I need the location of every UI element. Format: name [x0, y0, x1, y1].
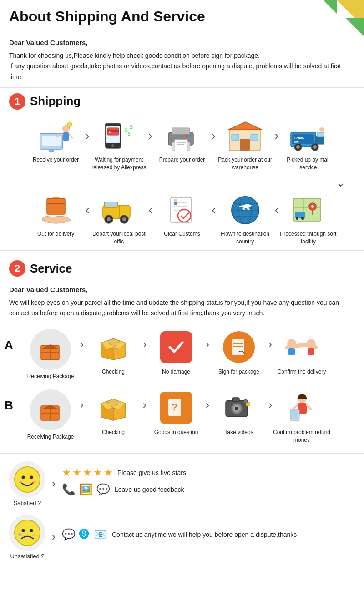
flow-item-prepare: Prepare your order [152, 118, 212, 164]
arrow2: › [148, 118, 152, 143]
star2: ★ [72, 467, 81, 479]
flow-item-depart: Depart your local post offic [89, 192, 148, 246]
service-section-num: 2 [9, 260, 25, 277]
satisfied-feedback-line: 📞 🖼️ 💬 Leave us good feedback [62, 483, 355, 496]
five-stars-text: Please give us five stars [117, 469, 186, 476]
skype-icon: 🅢 [79, 528, 90, 541]
svg-point-25 [185, 135, 188, 137]
svg-point-126 [32, 534, 36, 536]
star4: ★ [93, 467, 102, 479]
svg-text:Me: Me [294, 140, 299, 143]
a-confirm-icon [281, 329, 322, 365]
feedback-icons: 📞 🖼️ 💬 [62, 483, 110, 496]
svg-rect-48 [105, 202, 117, 207]
b-check-icon [93, 389, 134, 426]
b-video-icon [218, 389, 259, 426]
svg-point-123 [30, 529, 33, 532]
service-item-b-video: Take videos [209, 389, 268, 436]
arrow-left4: ‹ [275, 192, 279, 217]
unsatisfied-row: Unsatisfied ? › 💬 🅢 📧 Contact us anytime… [9, 515, 355, 560]
flow-label-depart: Depart your local post offic [89, 230, 148, 246]
prepare-icon [162, 118, 202, 154]
flow-item-out-delivery: Out for delivery [26, 192, 86, 238]
b-receive-icon [30, 389, 71, 430]
stars: ★ ★ ★ ★ ★ [62, 467, 113, 479]
service-item-a-nodamage: No damage [147, 329, 206, 376]
service-row-a: A Receiving Package › [5, 329, 359, 380]
unsatisfied-icons: 💬 🅢 📧 [62, 528, 107, 541]
a-sign-icon [223, 329, 255, 365]
flow-label-flown: Flown to destination country [216, 230, 275, 246]
a-receive-icon [30, 329, 71, 370]
unsatisfied-arrow: › [52, 530, 56, 543]
satisfied-content: ★ ★ ★ ★ ★ Please give us five stars 📞 🖼️… [62, 467, 355, 500]
satisfied-face-wrap: Satisfied ? [9, 461, 46, 506]
svg-text:?: ? [172, 401, 177, 413]
flow-label-payment: Waiting for payment released by Aliexpre… [89, 156, 148, 172]
service-dear: Dear Valued Customers, [9, 284, 355, 296]
svg-point-118 [30, 475, 33, 479]
flow-item-pickup: Follow Me Picked up by mail service [278, 118, 338, 172]
payment-icon: $ $ $ [98, 118, 139, 154]
arrow4: › [275, 118, 279, 143]
satisfied-row: Satisfied ? › ★ ★ ★ ★ ★ Please give us f… [9, 461, 355, 506]
arrow3: › [212, 118, 216, 143]
svg-rect-5 [63, 132, 69, 141]
flow-label-out-delivery: Out for delivery [37, 230, 74, 238]
svg-rect-20 [172, 128, 190, 134]
flow-label-customs: Clear Customs [164, 230, 200, 238]
service-arrow-b3: › [206, 389, 209, 411]
service-item-b-check: Checking [84, 389, 143, 436]
svg-text:Follow: Follow [294, 136, 305, 140]
service-items-b: Receiving Package › Checking › [21, 389, 359, 444]
depart-icon [98, 192, 139, 228]
service-item-a-sign: Sign for package [209, 329, 268, 376]
svg-point-52 [122, 217, 126, 221]
pickup-icon: Follow Me [288, 118, 329, 154]
contact-text: Contact us anytime we will help you befo… [112, 531, 297, 538]
svg-rect-29 [240, 139, 250, 151]
down-arrow: ⌄ [5, 176, 359, 192]
out-delivery-icon [35, 192, 76, 228]
svg-point-117 [22, 475, 25, 479]
chat2-icon: 💬 [62, 528, 76, 541]
flow-item-customs: Clear Customs [152, 192, 212, 238]
intro-section: Dear Valued Customers, Thank for choosin… [0, 30, 364, 88]
svg-rect-30 [232, 134, 239, 141]
svg-point-12 [111, 144, 114, 147]
flow-label-prepare: Prepare your order [159, 156, 205, 164]
unsatisfied-face-icon [9, 515, 46, 551]
svg-line-7 [69, 134, 72, 138]
svg-point-122 [22, 529, 25, 532]
receive-icon [35, 118, 76, 154]
arrow-left1: ‹ [86, 192, 90, 217]
svg-rect-89 [288, 348, 295, 355]
flow-label-receive: Receive your order [33, 156, 79, 164]
unsatisfied-label: Unsatisfied ? [10, 553, 44, 560]
svg-rect-91 [308, 348, 314, 355]
a-check-icon [93, 329, 134, 365]
svg-rect-31 [251, 134, 258, 141]
arrow-left3: ‹ [212, 192, 216, 217]
customs-icon [162, 192, 202, 228]
svg-rect-34 [317, 132, 324, 137]
service-arrow-a3: › [206, 329, 209, 351]
row-a-letter: A [5, 329, 21, 352]
svg-point-50 [107, 217, 111, 221]
pack-icon [225, 118, 266, 154]
service-section-header: 2 Service [0, 255, 364, 280]
service-intro: Dear Valued Customers, We will keep eyes… [0, 280, 364, 324]
service-items-a: Receiving Package › Checking [21, 329, 359, 380]
service-item-a-check: Checking [84, 329, 143, 376]
image-icon: 🖼️ [79, 483, 93, 496]
star1: ★ [62, 467, 71, 479]
intro-line1: Thank for choosing us,Please kindly help… [9, 51, 355, 61]
service-row-b: B Receiving Package › [5, 389, 359, 444]
flow-item-processed: Processed through sort facility [278, 192, 338, 246]
a-nodamage-icon [160, 329, 192, 365]
unsatisfied-content: 💬 🅢 📧 Contact us anytime we will help yo… [62, 528, 355, 546]
intro-dear: Dear Valued Customers, [9, 37, 355, 49]
b-receive-label: Receiving Package [27, 433, 74, 441]
svg-point-71 [311, 205, 314, 208]
page-header: About Shipping And Service [0, 0, 364, 30]
